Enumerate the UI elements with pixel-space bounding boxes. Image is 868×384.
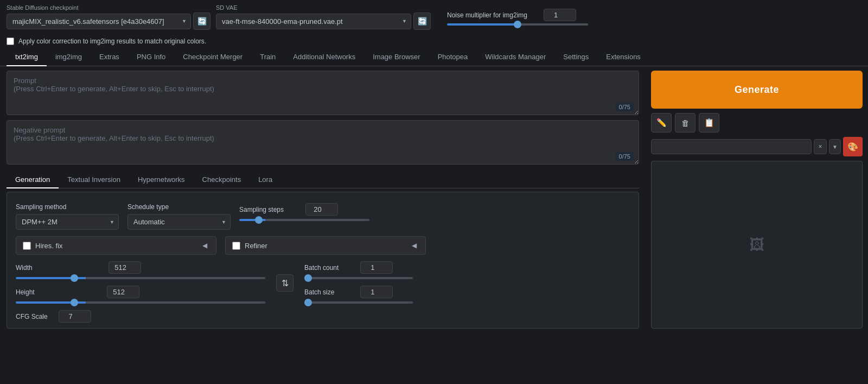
trash-icon: 🗑 [681,118,690,128]
style-clear-button[interactable]: × [814,139,827,154]
paste-button[interactable]: 📋 [699,113,719,133]
batch-size-input[interactable] [360,286,393,298]
tab-settings[interactable]: Settings [554,48,597,66]
left-panel: 0/75 0/75 Generation Textual Inversion H… [0,66,646,333]
refiner-label: Refiner [245,242,267,250]
noise-header: Noise multiplier for img2img [447,9,588,21]
tab-extras[interactable]: Extras [91,48,128,66]
sampling-method-select-container: DPM++ 2M [16,214,119,230]
height-group: Height [16,286,265,304]
noise-group: Noise multiplier for img2img [447,9,588,26]
sub-tab-lora[interactable]: Lora [250,172,281,188]
sub-tab-textual-inversion[interactable]: Textual Inversion [59,172,129,188]
generation-section: Sampling method DPM++ 2M Schedule type A… [7,192,639,329]
sampling-steps-slider[interactable] [239,219,369,221]
vae-select-container: vae-ft-mse-840000-ema-pruned.vae.pt [216,14,411,29]
schedule-type-select[interactable]: Automatic [127,214,231,230]
sub-tab-generation[interactable]: Generation [7,172,59,188]
paint-icon: 🎨 [847,142,858,152]
paint-button[interactable]: 🎨 [843,137,863,156]
vae-refresh-btn[interactable]: 🔄 [413,12,431,30]
pencil-button[interactable]: ✏️ [651,113,672,133]
top-bar: Stable Diffusion checkpoint majicMIX_rea… [0,0,868,34]
dimensions-row: Width Height ⇅ [16,261,630,304]
tab-png-info[interactable]: PNG Info [128,48,174,66]
vae-select-wrap: vae-ft-mse-840000-ema-pruned.vae.pt 🔄 [216,12,431,30]
tab-checkpoint-merger[interactable]: Checkpoint Merger [174,48,251,66]
color-correction-label: Apply color correction to img2img result… [18,37,206,45]
sampling-steps-label: Sampling steps [239,206,284,213]
checkpoint-select[interactable]: majicMIX_realistic_v6.safetensors [e4a30… [7,14,191,29]
noise-value-input[interactable] [544,9,576,21]
checkpoint-refresh-btn[interactable]: 🔄 [193,12,210,30]
batch-count-group: Batch count [304,261,413,279]
style-dropdown-button[interactable]: ▼ [829,139,841,154]
main-area: 0/75 0/75 Generation Textual Inversion H… [0,66,868,333]
tab-additional-networks[interactable]: Additional Networks [284,48,364,66]
vae-group: SD VAE vae-ft-mse-840000-ema-pruned.vae.… [216,4,431,30]
tab-train[interactable]: Train [251,48,284,66]
gen-controls: Sampling method DPM++ 2M Schedule type A… [14,198,632,323]
width-input[interactable] [108,261,141,274]
swap-dimensions-btn[interactable]: ⇅ [276,274,293,292]
checkpoint-select-wrap: majicMIX_realistic_v6.safetensors [e4a30… [7,12,210,30]
vae-select[interactable]: vae-ft-mse-840000-ema-pruned.vae.pt [216,14,411,29]
color-correction-checkbox[interactable] [7,37,14,45]
batch-count-input[interactable] [360,261,393,274]
schedule-type-group: Schedule type Automatic [127,203,231,230]
main-tabs-bar: txt2img img2img Extras PNG Info Checkpoi… [0,48,868,66]
negative-prompt-container: 0/75 [7,120,639,166]
style-select-row: × ▼ 🎨 [651,137,863,156]
refiner-checkbox[interactable] [232,242,240,250]
negative-prompt-char-count: 0/75 [616,152,634,161]
sub-tab-checkpoints[interactable]: Checkpoints [194,172,250,188]
checkpoint-label: Stable Diffusion checkpoint [7,4,210,11]
negative-prompt-textarea[interactable] [7,120,639,165]
batch-size-slider[interactable] [304,301,413,304]
batch-size-label: Batch size [304,288,334,296]
checkpoint-select-container: majicMIX_realistic_v6.safetensors [e4a30… [7,14,191,29]
sub-tabs-bar: Generation Textual Inversion Hypernetwor… [7,172,639,188]
trash-button[interactable]: 🗑 [675,113,695,133]
hires-fix-checkbox[interactable] [23,242,31,250]
paste-icon: 📋 [704,118,714,128]
hires-refiner-row: Hires. fix ◀ Refiner ◀ [16,236,630,255]
tab-photopea[interactable]: Photopea [429,48,477,66]
vae-label: SD VAE [216,4,431,11]
image-placeholder-icon: 🖼 [749,236,764,254]
sampling-method-group: Sampling method DPM++ 2M [16,203,119,230]
hires-fix-group: Hires. fix ◀ [16,236,216,255]
refiner-group: Refiner ◀ [225,236,426,255]
tab-img2img[interactable]: img2img [47,48,91,66]
checkpoint-group: Stable Diffusion checkpoint majicMIX_rea… [7,4,210,30]
right-panel: Generate ✏️ 🗑 📋 × ▼ 🎨 🖼 [646,66,868,333]
image-output-area: 🖼 [651,161,863,329]
generate-button[interactable]: Generate [651,71,863,109]
cfg-scale-input[interactable] [59,310,91,323]
prompt-container: 0/75 [7,71,639,117]
noise-slider[interactable] [447,23,588,26]
schedule-type-label: Schedule type [127,203,231,211]
prompt-textarea[interactable] [7,71,639,115]
width-slider[interactable] [16,277,265,279]
batch-count-label: Batch count [304,264,339,272]
tab-wildcards-manager[interactable]: Wildcards Manager [476,48,554,66]
tab-txt2img[interactable]: txt2img [7,48,47,66]
sampling-method-select[interactable]: DPM++ 2M [16,214,119,230]
tab-image-browser[interactable]: Image Browser [364,48,429,66]
sub-tab-hypernetworks[interactable]: Hypernetworks [129,172,194,188]
tab-extensions[interactable]: Extensions [597,48,649,66]
style-input[interactable] [651,139,812,154]
refiner-collapse-btn[interactable]: ◀ [410,241,419,250]
height-slider[interactable] [16,301,265,304]
height-input[interactable] [107,286,139,298]
sampling-row: Sampling method DPM++ 2M Schedule type A… [16,203,630,230]
cfg-scale-group: CFG Scale [16,310,630,323]
cfg-scale-label: CFG Scale [16,313,48,320]
sampling-steps-input[interactable] [305,203,338,216]
batch-count-slider[interactable] [304,277,413,279]
sampling-method-label: Sampling method [16,203,119,211]
batch-size-group: Batch size [304,286,413,304]
hires-fix-collapse-btn[interactable]: ◀ [200,241,209,250]
toolbar-row: ✏️ 🗑 📋 [651,113,863,133]
